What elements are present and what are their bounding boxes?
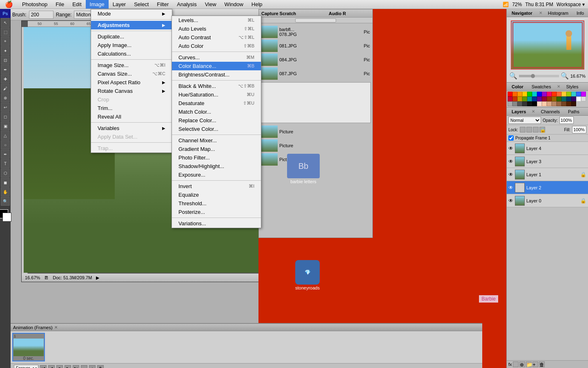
zoom-in-icon[interactable]: 🔍 — [561, 72, 569, 80]
menu-auto-levels[interactable]: Auto Levels ⇧⌘L — [172, 25, 261, 33]
swatch-dark-gray[interactable] — [517, 101, 522, 106]
opacity-input[interactable] — [559, 117, 574, 124]
anim-add-frame[interactable]: + — [89, 365, 96, 368]
menubar-select[interactable]: Select — [130, 0, 153, 9]
swatch-teal[interactable] — [571, 92, 576, 96]
menu-color-balance[interactable]: Color Balance... ⌘B — [172, 62, 261, 70]
layer-eye-3[interactable]: 👁 — [508, 159, 513, 164]
menu-canvas-size[interactable]: Canvas Size... ⌥⌘C — [91, 70, 172, 78]
shape-tool[interactable]: ◼ — [1, 178, 10, 187]
healing-tool[interactable]: ✚ — [1, 74, 10, 83]
layer-row-3[interactable]: 👁 Layer 3 — [507, 155, 588, 168]
swatch-orange[interactable] — [517, 92, 522, 96]
swatch-espresso[interactable] — [571, 101, 576, 106]
tab-styles[interactable]: Styles — [564, 84, 581, 90]
file-item-6[interactable]: Picture — [261, 139, 371, 153]
anim-stop[interactable]: ■ — [56, 365, 63, 368]
menubar-help[interactable]: Help — [247, 0, 267, 9]
menubar-image[interactable]: Image — [86, 0, 109, 9]
menu-auto-contrast[interactable]: Auto Contrast ⌥⇧⌘L — [172, 33, 261, 42]
menu-photo-filter[interactable]: Photo Filter... — [172, 153, 261, 162]
swatch-light-gray[interactable] — [581, 96, 586, 101]
swatch-red2[interactable] — [552, 92, 557, 96]
layer-eye-4[interactable]: 👁 — [508, 146, 513, 151]
menu-pixel-aspect[interactable]: Pixel Aspect Ratio ▶ — [91, 78, 172, 87]
path-tool[interactable]: ⬡ — [1, 168, 10, 177]
menu-variables[interactable]: Variables ▶ — [91, 124, 172, 132]
blur-tool[interactable]: △ — [1, 131, 10, 140]
swatch-near-black[interactable] — [527, 101, 532, 106]
zoom-slider[interactable] — [519, 75, 559, 77]
swatch-gray[interactable] — [512, 101, 517, 106]
swatch-red[interactable] — [508, 92, 512, 96]
swatch-mid-gray[interactable] — [508, 101, 512, 106]
swatch-maroon[interactable] — [542, 96, 547, 101]
dodge-tool[interactable]: ○ — [1, 140, 10, 149]
swatch-dark-brown[interactable] — [561, 101, 566, 106]
layer-mask-icon[interactable] — [513, 361, 519, 367]
text-tool[interactable]: T — [1, 159, 10, 168]
menu-reveal-all[interactable]: Reveal All — [91, 112, 172, 121]
crop-tool[interactable]: ⊡ — [1, 56, 10, 65]
menubar-view[interactable]: View — [201, 0, 220, 9]
layer-eye-0[interactable]: 👁 — [508, 198, 513, 204]
swatch-forest[interactable] — [557, 96, 561, 101]
swatch-peach[interactable] — [537, 101, 542, 106]
menu-brightness-contrast[interactable]: Brightness/Contrast... — [172, 70, 261, 79]
clone-tool[interactable]: ⊕ — [1, 93, 10, 102]
swatch-wood[interactable] — [552, 101, 557, 106]
swatch-mustard[interactable] — [517, 96, 522, 101]
swatch-skin[interactable] — [542, 101, 547, 106]
swatch-blue[interactable] — [537, 92, 542, 96]
menubar-window[interactable]: Window — [220, 0, 247, 9]
swatch-charcoal[interactable] — [522, 101, 527, 106]
menu-levels[interactable]: Levels... ⌘L — [172, 16, 261, 25]
swatch-navy[interactable] — [532, 96, 537, 101]
menu-adjustments[interactable]: Adjustments ▶ — [91, 21, 172, 29]
menubar-analysis[interactable]: Analysis — [173, 0, 200, 9]
menu-replace-color[interactable]: Replace Color... — [172, 116, 261, 125]
menu-auto-color[interactable]: Auto Color ⇧⌘B — [172, 42, 261, 50]
tab-info[interactable]: Info — [574, 10, 586, 16]
anim-tween[interactable]: … — [81, 365, 87, 368]
swatch-lime[interactable] — [566, 92, 571, 96]
anim-first[interactable]: |◀ — [40, 365, 47, 368]
menu-shadow-highlight[interactable]: Shadow/Highlight... — [172, 162, 261, 171]
tab-swatches[interactable]: Swatches — [529, 84, 554, 90]
swatch-crimson[interactable] — [508, 96, 512, 101]
gradient-tool[interactable]: ▣ — [1, 121, 10, 130]
capture-scrollbar[interactable] — [259, 18, 372, 23]
swatch-dark-navy[interactable] — [566, 96, 571, 101]
menu-invert[interactable]: Invert ⌘I — [172, 182, 261, 191]
file-item-3[interactable]: 084.JPG Pic — [261, 53, 371, 67]
menu-rotate-canvas[interactable]: Rotate Canvas ▶ — [91, 87, 172, 95]
layer-row-0[interactable]: 👁 Layer 0 🔒 — [507, 194, 588, 207]
play-btn[interactable]: ▶ — [96, 275, 99, 280]
layer-eye-2[interactable]: 👁 — [508, 185, 513, 191]
layer-new-icon[interactable]: + — [532, 361, 538, 367]
blend-mode-select[interactable]: Normal — [508, 117, 541, 124]
swatch-black[interactable] — [532, 101, 537, 106]
menu-curves[interactable]: Curves... ⌘M — [172, 53, 261, 62]
tab-navigator[interactable]: Navigator — [509, 10, 535, 16]
file-item-2[interactable]: 081.JPG Pic — [261, 39, 371, 53]
swatch-chocolate[interactable] — [566, 101, 571, 106]
layer-adj-icon[interactable]: ⊕ — [519, 361, 525, 367]
menubar-workspace[interactable]: Workspace ▾ — [557, 2, 585, 7]
file-item-1[interactable]: barbfl... 078.JPG Pic — [261, 25, 371, 39]
menu-calculations[interactable]: Calculations... — [91, 49, 172, 58]
file-item-4[interactable]: 087.JPG Pic — [261, 67, 371, 81]
swatch-yellow[interactable] — [522, 92, 527, 96]
swatch-cyan[interactable] — [532, 92, 537, 96]
foreground-background-colors[interactable] — [0, 208, 13, 223]
swatch-pink[interactable] — [547, 92, 552, 96]
swatch-dark-purple[interactable] — [571, 96, 576, 101]
menubar-edit[interactable]: Edit — [68, 0, 85, 9]
swatch-purple[interactable] — [542, 92, 547, 96]
menu-channel-mixer[interactable]: Channel Mixer... — [172, 136, 261, 145]
swatch-tan[interactable] — [552, 96, 557, 101]
eraser-tool[interactable]: ◻ — [1, 112, 10, 121]
lasso-tool[interactable]: ⌖ — [1, 37, 10, 46]
scroll-thumb[interactable] — [295, 18, 336, 22]
lock-image[interactable] — [526, 127, 532, 132]
